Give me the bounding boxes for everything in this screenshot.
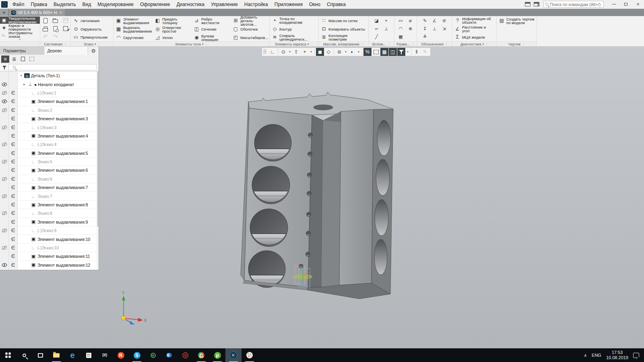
base-button[interactable]: ⊥ <box>430 25 440 33</box>
mode-sketch-tools[interactable]: ∟Инструменты эскиза <box>0 31 40 38</box>
tree-item-part[interactable]: ∈ ▾ Деталь (Тел-1) <box>0 72 99 80</box>
panel-settings-button[interactable]: ⚙ <box>88 47 99 55</box>
tree-item-sketch-10[interactable]: ∈ (-)Эскиз:10 <box>0 244 99 252</box>
include-in-calc-marker[interactable]: ∈ <box>9 166 18 174</box>
mode-collapse-icon[interactable]: ˅ <box>0 38 40 41</box>
skype-button[interactable]: S <box>129 348 145 362</box>
r-app-button[interactable]: R <box>113 348 129 362</box>
hidden-lines-dropdown-icon[interactable]: ▾ <box>344 50 348 53</box>
group-dropdown-icon[interactable]: ▾ <box>202 43 204 46</box>
boolean-tool[interactable]: ◉Булева операция <box>192 33 231 42</box>
tree-item-sketch-8[interactable]: ∈ Эскиз:8 <box>0 209 99 218</box>
menu-edit[interactable]: Правка <box>28 0 51 9</box>
extrude-cut-tool[interactable]: ▦Вырезать выдавливанием <box>114 25 153 33</box>
document-tab[interactable]: V8 5.5 400 ls 600+ H.... × <box>9 9 65 16</box>
restore-button[interactable] <box>620 0 632 8</box>
visibility-toggle[interactable] <box>0 132 9 140</box>
tree-item-sketch-2[interactable]: ∈ Эскиз:2 <box>0 106 99 115</box>
visibility-toggle[interactable] <box>0 269 9 270</box>
language-indicator[interactable]: ENG <box>592 353 601 358</box>
note-button[interactable]: ✎ <box>420 16 430 25</box>
u-green-app-button[interactable]: U <box>145 348 161 362</box>
blue-app-button[interactable] <box>161 348 177 362</box>
copy-objects-tool[interactable]: ⊡Копировать объекты <box>319 25 368 33</box>
tolerance-button[interactable]: ⊘ <box>440 16 449 25</box>
layout-split-icon[interactable] <box>534 2 539 6</box>
tab-parameters[interactable]: Параметры <box>0 47 44 55</box>
tree-sequence-button[interactable]: ≣ <box>10 56 18 63</box>
include-in-calc-marker[interactable]: ∈ <box>9 106 18 114</box>
include-in-calc-marker[interactable]: ∈ <box>9 244 18 252</box>
tray-chevron-icon[interactable]: ∧ <box>584 353 587 358</box>
radial-dimension-button[interactable]: ◠ <box>396 25 406 33</box>
print-button[interactable] <box>40 25 50 33</box>
include-in-calc-marker[interactable]: ∈ <box>9 72 18 80</box>
visibility-toggle[interactable] <box>0 244 9 252</box>
include-in-calc-marker[interactable]: ∈ <box>9 158 18 166</box>
tab-close-icon[interactable]: × <box>59 10 63 15</box>
tree-item-extrude-4[interactable]: ∈ Элемент выдавливания:4 <box>0 132 99 140</box>
visibility-toggle[interactable] <box>0 209 9 217</box>
visibility-toggle[interactable] <box>0 123 9 131</box>
expand-caret-icon[interactable]: ▾ <box>19 74 23 77</box>
tree-item-origin[interactable]: ∈ ► ● Начало координат <box>0 80 99 88</box>
save-button[interactable] <box>60 16 70 25</box>
include-in-calc-marker[interactable]: ∈ <box>9 80 18 88</box>
shell-tool[interactable]: ▢Оболочка <box>231 25 270 33</box>
shading-wireframe-button[interactable]: ◇ <box>324 48 332 56</box>
include-in-calc-marker[interactable]: ∈ <box>9 192 18 200</box>
minimize-button[interactable] <box>608 0 620 8</box>
circle-tool[interactable]: ⊙Окружность <box>71 25 113 33</box>
group-dropdown-icon[interactable]: ▾ <box>483 43 484 46</box>
menu-window[interactable]: Окно <box>306 0 324 9</box>
menu-settings[interactable]: Настройка <box>241 0 271 9</box>
include-in-calc-marker[interactable]: ∈ <box>9 183 18 191</box>
thicken-tool[interactable]: ◧Придать толщину <box>153 16 192 25</box>
distance-angle-tool[interactable]: ∠Расстояние и угол <box>452 25 496 33</box>
start-button[interactable] <box>0 348 16 362</box>
tree-item-extrude-10[interactable]: ∈ Элемент выдавливания:10 <box>0 235 99 243</box>
tree-scrollbar-thumb[interactable] <box>97 72 99 226</box>
include-in-calc-marker[interactable]: ∈ <box>9 252 18 260</box>
include-in-calc-marker[interactable]: ∈ <box>9 269 18 270</box>
scale-tool[interactable]: ◰Масштабиров... <box>231 33 270 42</box>
new-tab-button[interactable]: + <box>0 9 8 16</box>
edge-button[interactable]: e <box>64 348 80 362</box>
aux-perpendicular-button[interactable]: ⊥ <box>382 25 391 33</box>
section-view-dropdown-icon[interactable]: ▾ <box>357 50 361 53</box>
task-view-button[interactable] <box>32 348 48 362</box>
undo-button[interactable]: ↶ <box>40 33 50 41</box>
tree-selection-button[interactable] <box>28 56 36 63</box>
visibility-toggle[interactable] <box>0 252 9 260</box>
datum-button[interactable]: ↧ <box>420 25 430 33</box>
hidden-lines-button[interactable]: ⊘ <box>335 48 343 56</box>
angle-note-button[interactable]: ∠ <box>430 16 440 25</box>
tree-item-extrude-8[interactable]: ∈ Элемент выдавливания:8 <box>0 201 99 209</box>
autoline-tool[interactable]: ∿Автолиния <box>71 16 113 25</box>
include-in-calc-marker[interactable]: ∈ <box>9 175 18 183</box>
tree-item-sketch-3[interactable]: ∈ (-)Эскиз:3 <box>0 123 99 132</box>
toolbar-drag-handle[interactable] <box>263 49 267 55</box>
print-preview-button[interactable] <box>50 25 60 33</box>
measure-button[interactable]: ‖ <box>413 48 421 56</box>
include-in-calc-marker[interactable]: ∈ <box>9 149 18 157</box>
visibility-toggle[interactable] <box>0 261 9 269</box>
kompas-button[interactable]: K <box>225 348 242 362</box>
visibility-toggle[interactable] <box>0 80 9 88</box>
diameter-dimension-button[interactable]: ⌀ <box>406 16 415 25</box>
tree-item-sketch-5[interactable]: ∈ Эскиз:5 <box>0 158 99 166</box>
fillet-tool[interactable]: ◠Скругление <box>114 33 153 42</box>
angular-dimension-button[interactable]: ⊕ <box>406 25 415 33</box>
visibility-toggle[interactable] <box>0 115 9 123</box>
visibility-toggle[interactable] <box>0 218 9 226</box>
visibility-toggle[interactable] <box>0 106 9 114</box>
aux-plane2-button[interactable]: ▱ <box>372 25 382 33</box>
include-in-calc-marker[interactable]: ∈ <box>9 261 18 269</box>
tree-item-sketch-7[interactable]: ∈ Эскиз:7 <box>0 192 99 200</box>
visibility-toggle[interactable] <box>0 192 9 200</box>
grid-dimension-button[interactable]: ▦ <box>396 33 406 41</box>
include-in-calc-marker[interactable]: ∈ <box>9 140 18 148</box>
include-in-calc-marker[interactable]: ∈ <box>9 115 18 123</box>
tree-scrollbar[interactable] <box>97 72 99 270</box>
include-in-calc-marker[interactable]: ∈ <box>9 226 18 234</box>
